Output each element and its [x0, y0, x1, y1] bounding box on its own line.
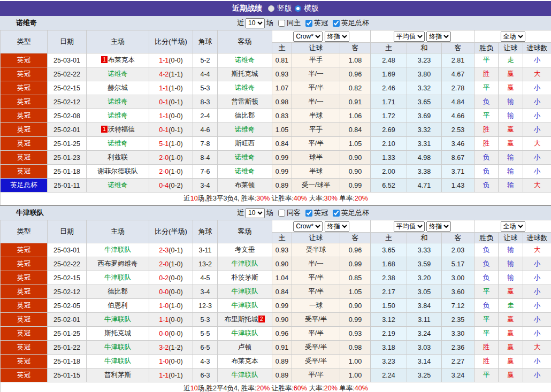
average-select[interactable]: 平均值: [394, 221, 425, 232]
halftime-score: (0-1): [169, 126, 182, 134]
team-name[interactable]: 西布罗姆维奇: [98, 260, 138, 267]
crow-away-odds: 0.90: [340, 165, 371, 179]
crow-home-odds: 0.98: [272, 95, 292, 109]
team-name[interactable]: 诺维奇: [108, 140, 128, 147]
team-name[interactable]: 诺维奇: [108, 70, 128, 78]
avg-draw-odds: 3.33: [407, 243, 442, 257]
team-name[interactable]: 牛津联队: [232, 260, 258, 267]
team-name[interactable]: 卢顿: [238, 343, 251, 351]
average-select[interactable]: 平均值: [394, 32, 425, 42]
bookmaker-select[interactable]: Crow*: [293, 32, 323, 42]
horizontal-layout-radio[interactable]: [295, 5, 301, 12]
table-row: 英冠 25-02-22 西布罗姆维奇 2-0(1-0) 13-2 牛津联队 0.…: [1, 257, 551, 271]
team-section-oxford: 牛津联队 近 10 场 同客 英冠 英足总杯 类型 日期 主场 比分(半场) 角…: [0, 206, 551, 392]
recent-count-select[interactable]: 10: [246, 208, 265, 218]
team-name[interactable]: 牛津联队: [232, 371, 258, 379]
same-venue-checkbox[interactable]: [278, 20, 285, 27]
period-select[interactable]: 全场: [501, 221, 525, 232]
team-name[interactable]: 诺维奇: [235, 153, 255, 161]
avg-stage-select[interactable]: 终指: [426, 221, 451, 232]
team-name[interactable]: 斯托克城: [104, 329, 131, 337]
team-name[interactable]: 斯旺西: [235, 140, 255, 147]
table-row: 英冠 25-01-25 斯托克城 0-0(0-0) 5-5 牛津联队 0.96 …: [1, 327, 551, 341]
league-badge: 英冠: [1, 355, 48, 368]
avg-draw-odds: 3.84: [407, 299, 442, 313]
period-select[interactable]: 全场: [501, 32, 525, 42]
rank-badge: 1: [101, 56, 108, 63]
team-name[interactable]: 德比郡: [108, 288, 128, 295]
table-row: 英冠 25-02-22 诺维奇 4-2(1-1) 4-4 斯托克城 0.93 半…: [1, 67, 551, 81]
team-name[interactable]: 普利茅斯: [104, 371, 131, 379]
odds-stage-select[interactable]: 终指: [325, 221, 349, 232]
summary-text: 让胜率:: [270, 195, 293, 202]
score-cell: 5-1(1-0): [149, 137, 193, 151]
odds-stage-select[interactable]: 终指: [325, 32, 349, 42]
team-name[interactable]: 诺维奇: [235, 84, 255, 91]
corner-count: 5-2: [193, 53, 218, 67]
games-label: 场: [266, 208, 273, 218]
halftime-score: (0-0): [169, 316, 182, 324]
team-name[interactable]: 牛津联队: [104, 274, 131, 281]
team-name[interactable]: 利兹联: [108, 153, 128, 161]
same-venue-checkbox[interactable]: [278, 210, 285, 217]
avg-away-odds: 8.67: [442, 151, 475, 165]
vertical-layout-radio[interactable]: [268, 5, 274, 12]
team-name[interactable]: 诺维奇: [235, 167, 255, 175]
team-name[interactable]: 沃特福德: [108, 126, 135, 133]
team-name[interactable]: 诺维奇: [108, 112, 128, 119]
away-team-cell: 诺维奇: [218, 151, 272, 165]
score-cell: 4-2(1-1): [149, 67, 193, 81]
team-name[interactable]: 布莱顿: [235, 181, 255, 189]
team-name[interactable]: 布莱克本: [108, 56, 135, 64]
handicap-result: 赢: [499, 327, 523, 341]
team-name[interactable]: 牛津联队: [104, 343, 131, 351]
crow-away-odds: 0.99: [340, 257, 371, 271]
avg-stage-select[interactable]: 终指: [426, 32, 451, 42]
match-result: 胜: [475, 123, 499, 137]
avg-draw-odds: 3.65: [407, 95, 442, 109]
team-name[interactable]: 德比郡: [235, 112, 255, 119]
team-name[interactable]: 布莱克本: [232, 357, 258, 365]
col-away: 客场: [218, 30, 272, 53]
team-name[interactable]: 诺维奇: [108, 181, 128, 189]
league-filter-checkbox[interactable]: [305, 20, 312, 27]
rank-badge: 2: [258, 316, 265, 322]
average-group: 平均值 终指: [371, 30, 475, 43]
summary-text: 场,胜2平4负4, 胜率:: [198, 385, 257, 392]
team-name[interactable]: 牛津联队: [232, 288, 258, 295]
cup-filter-checkbox[interactable]: [333, 210, 340, 217]
team-name[interactable]: 考文垂: [235, 246, 255, 253]
cup-filter-checkbox[interactable]: [333, 20, 340, 27]
avg-draw-odds: 3.32: [407, 123, 442, 137]
score-cell: 2-0(1-0): [149, 165, 193, 179]
goals-result: 大: [523, 137, 551, 151]
team-section-norwich: 诺维奇 近 10 场 同主 英冠 英足总杯 类型 日期 主场 比分(半场) 角球: [0, 16, 551, 206]
crow-home-odds: 0.90: [272, 313, 292, 327]
team-name[interactable]: 伯恩利: [108, 302, 128, 309]
team-name[interactable]: 谢菲尔德联队: [98, 167, 138, 175]
team-name[interactable]: 牛津联队: [104, 316, 131, 323]
handicap-result: 输: [499, 165, 523, 179]
avg-away-odds: 2.53: [442, 123, 475, 137]
league-filter-checkbox[interactable]: [305, 210, 312, 217]
col-score: 比分(半场): [149, 30, 193, 53]
team-name[interactable]: 牛津联队: [232, 302, 258, 309]
score-cell: 1-0(1-0): [149, 299, 193, 313]
team-name[interactable]: 诺维奇: [108, 98, 128, 105]
team-name[interactable]: 牛津联队: [232, 329, 258, 337]
team-name[interactable]: 布里斯托城: [224, 316, 258, 323]
match-date: 25-02-01: [48, 123, 87, 137]
crow-home-odds: 0.89: [272, 368, 292, 382]
team-name[interactable]: 斯托克城: [232, 70, 258, 78]
team-name[interactable]: 朴茨茅斯: [232, 274, 258, 281]
handicap-result: 输: [499, 95, 523, 109]
score-cell: 0-4(0-2): [149, 179, 193, 193]
team-name[interactable]: 诺维奇: [235, 56, 255, 64]
team-name[interactable]: 普雷斯顿: [232, 98, 258, 105]
team-name[interactable]: 牛津联队: [104, 357, 131, 365]
team-name[interactable]: 诺维奇: [235, 126, 255, 133]
recent-count-select[interactable]: 10: [246, 18, 265, 28]
team-name[interactable]: 赫尔城: [108, 84, 128, 91]
bookmaker-select[interactable]: Crow*: [293, 221, 323, 232]
team-name[interactable]: 牛津联队: [104, 246, 131, 253]
